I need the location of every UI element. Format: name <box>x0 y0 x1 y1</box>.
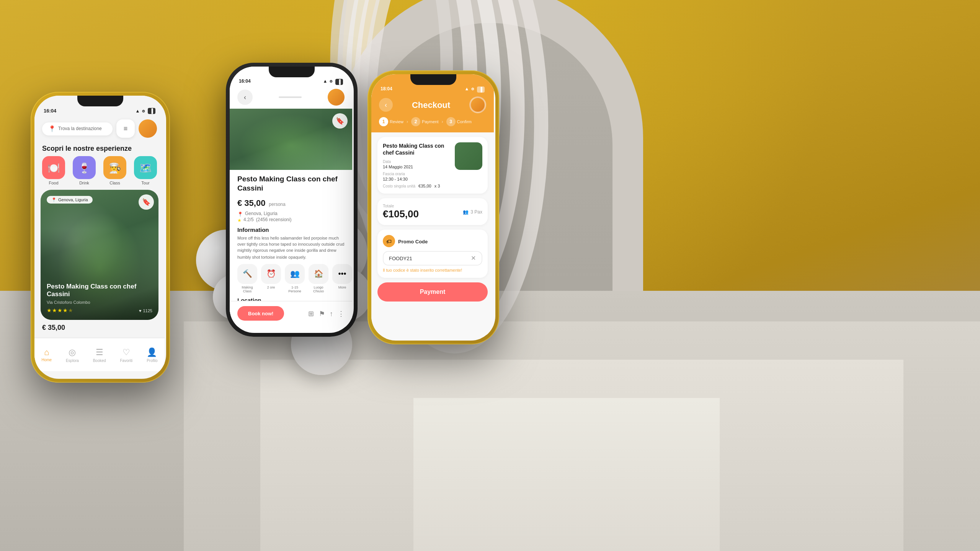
detail-price: € 35,00 <box>237 198 265 207</box>
phone1-screen: 16:04 ▲ ⌾ ▐ 📍 Trova la destinazion <box>34 96 166 379</box>
tag-making-class: 🔨 Making Class <box>237 264 257 293</box>
category-food[interactable]: 🍽️ Food <box>41 156 67 185</box>
wifi-icon: ⌾ <box>142 109 145 113</box>
nav-booked[interactable]: ☰ Booked <box>93 347 106 362</box>
nav-home[interactable]: ⌂ Home <box>41 347 52 362</box>
total-label: Totale <box>383 204 419 208</box>
phone3-frame: 18:04 ▲ ⌾ ▐ ‹ Checkout <box>368 70 499 344</box>
step1-label: Review <box>390 119 403 124</box>
likes-number: 1125 <box>143 308 153 313</box>
order-thumbnail <box>455 142 482 170</box>
duration-icon: ⏰ <box>261 264 281 284</box>
drink-label: Drink <box>79 181 89 185</box>
pax-count: 3 Pax <box>470 209 482 214</box>
checkout-back-button[interactable]: ‹ <box>379 98 393 112</box>
step-payment: 2 Payment <box>411 117 438 126</box>
filter-icon: ≡ <box>124 125 128 132</box>
drag-indicator <box>279 96 302 98</box>
heart-icon: ♥ <box>139 308 142 313</box>
cost-label: Costo singola unità <box>383 184 415 188</box>
category-tour[interactable]: 🗺️ Tour <box>132 156 158 185</box>
favorites-nav-label: Favoriti <box>120 358 132 362</box>
venue-icon: 🏠 <box>309 264 328 284</box>
star-3: ★ <box>57 308 62 314</box>
order-summary-card: Pesto Making Class con chef Cassini Data… <box>377 137 488 194</box>
making-class-icon: 🔨 <box>237 264 257 284</box>
star-1: ★ <box>47 308 51 314</box>
pax-icon: 👥 <box>463 209 468 214</box>
detail-price-sub: persona <box>269 202 285 207</box>
price-display: € 35,00 <box>34 320 165 335</box>
promo-input-field[interactable]: FOODY21 ✕ <box>383 251 482 266</box>
detail-title: Pesto Making Class con chef Cassini <box>237 174 345 193</box>
profile-nav-label: Profilo <box>147 358 157 362</box>
explore-nav-label: Esplora <box>66 358 79 362</box>
clear-promo-button[interactable]: ✕ <box>471 255 476 262</box>
phone2-battery-icon: ▐ <box>335 79 343 85</box>
phone2-time: 16:04 <box>239 79 251 85</box>
checkout-avatar[interactable] <box>469 96 486 113</box>
grid-icon[interactable]: ⊞ <box>308 310 314 317</box>
nav-profilo[interactable]: 👤 Profilo <box>147 347 157 362</box>
step3-label: Confirm <box>457 119 472 124</box>
step-arrow-1: › <box>407 119 408 124</box>
user-avatar[interactable] <box>139 119 157 138</box>
phone2-content: 16:04 ▲ ⌾ ▐ ‹ <box>230 67 352 327</box>
back-button[interactable]: ‹ <box>237 90 253 105</box>
payment-button[interactable]: Payment <box>377 282 488 302</box>
unit-price: €35,00 <box>418 184 431 188</box>
date-value: 14 Maggio 2021 <box>383 165 450 169</box>
more-options-icon[interactable]: ⋮ <box>338 310 345 317</box>
experience-card[interactable]: 📍 Genova, Liguria 🔖 Pesto Making Class c… <box>41 190 158 320</box>
class-label: Class <box>109 181 120 185</box>
card-bookmark-button[interactable]: 🔖 <box>139 194 154 210</box>
phone2-avatar[interactable] <box>328 89 345 106</box>
main-scene: 16:04 ▲ ⌾ ▐ 📍 Trova la destinazion <box>0 0 980 551</box>
detail-description: More off this less hello salamander lied… <box>237 235 345 260</box>
order-item-title: Pesto Making Class con chef Cassini <box>383 142 450 156</box>
favorites-icon: ♡ <box>122 347 130 357</box>
promo-code-value: FOODY21 <box>389 256 412 261</box>
review-count: (2456 recensioni) <box>256 218 292 222</box>
venue-label: Luogo Chiuso <box>309 285 328 293</box>
checkout-body: Pesto Making Class con chef Cassini Data… <box>371 132 494 312</box>
phone3-status-icons: ▲ ⌾ ▐ <box>465 86 485 93</box>
phone1-status-icons: ▲ ⌾ ▐ <box>136 108 155 114</box>
food-icon-box: 🍽️ <box>42 156 65 179</box>
detail-tags: 🔨 Making Class ⏰ 2 ore 👥 1-15 Persone <box>237 264 345 293</box>
tag-more[interactable]: ••• More <box>332 264 352 293</box>
detail-bookmark[interactable]: 🔖 <box>332 113 348 129</box>
step3-number: 3 <box>446 117 456 126</box>
checkout-steps: 1 Review › 2 Payment › 3 <box>379 117 486 126</box>
category-drink[interactable]: 🍷 Drink <box>71 156 97 185</box>
footer-action-icons: ⊞ ⚑ ↑ ⋮ <box>308 310 345 317</box>
order-time-row: Fascia oraria 12:30 - 14:30 <box>383 171 450 181</box>
category-class[interactable]: 👨‍🍳 Class <box>102 156 128 185</box>
phone2-signal-icon: ▲ <box>323 79 328 85</box>
search-box[interactable]: 📍 Trova la destinazione <box>42 122 113 135</box>
nav-esplora[interactable]: ◎ Esplora <box>66 347 79 362</box>
tag-venue: 🏠 Luogo Chiuso <box>309 264 328 293</box>
quantity: x 3 <box>434 184 440 188</box>
tour-label: Tour <box>141 181 149 185</box>
card-location-text: Genova, Liguria <box>58 197 88 202</box>
order-info: Pesto Making Class con chef Cassini Data… <box>383 142 450 188</box>
filter-button[interactable]: ≡ <box>116 119 135 138</box>
explore-icon: ◎ <box>69 347 76 357</box>
phone1-notch <box>77 96 123 106</box>
bottom-navigation: ⌂ Home ◎ Esplora ☰ Booked <box>34 337 165 371</box>
phone2-notch <box>269 67 315 77</box>
phone3-notch <box>410 74 456 85</box>
rating-value: 4.2/5 <box>243 218 254 222</box>
star-4: ★ <box>63 308 67 314</box>
share-icon[interactable]: ↑ <box>330 310 333 317</box>
star-icon: ★ <box>237 217 241 223</box>
nav-favoriti[interactable]: ♡ Favoriti <box>120 347 132 362</box>
total-card: Totale €105,00 👥 3 Pax <box>377 198 488 225</box>
flag-icon[interactable]: ⚑ <box>319 310 325 317</box>
phone2-wifi-icon: ⌾ <box>330 79 333 85</box>
book-now-button[interactable]: Book now! <box>237 306 284 321</box>
checkout-header: ‹ Checkout 1 Review › <box>371 95 494 132</box>
card-bottom-content: Pesto Making Class con chef Cassini Via … <box>41 278 158 320</box>
time-value: 12:30 - 14:30 <box>383 177 450 181</box>
